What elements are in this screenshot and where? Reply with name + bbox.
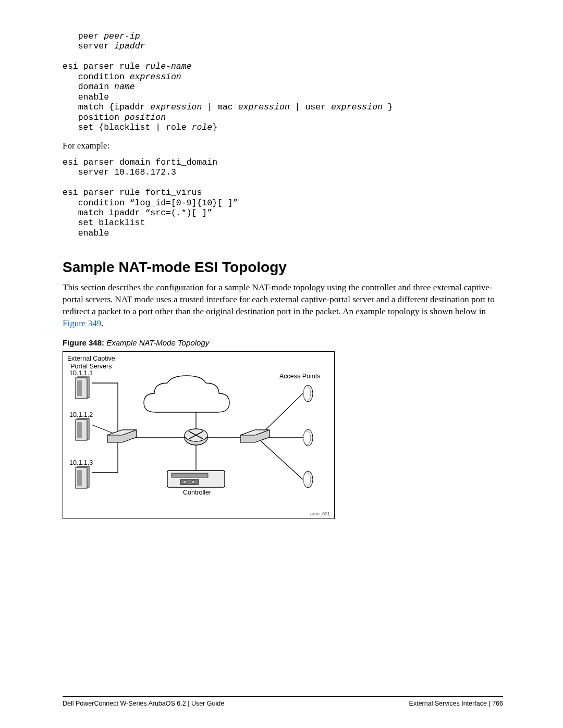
paragraph-text-2: . [101, 318, 103, 328]
server-icon-1 [76, 377, 89, 399]
svg-point-28 [183, 480, 186, 484]
svg-point-35 [303, 473, 311, 486]
ap-icon-1 [303, 385, 313, 402]
svg-rect-24 [77, 470, 82, 486]
for-example-label: For example: [63, 140, 503, 152]
label-controller: Controller [183, 489, 211, 496]
svg-rect-18 [77, 380, 82, 396]
figure-link[interactable]: Figure 349 [63, 318, 101, 328]
svg-point-33 [303, 431, 311, 445]
code-block-example: esi parser domain forti_domain server 10… [63, 157, 503, 239]
label-ip1: 10.1.1.1 [69, 369, 93, 377]
label-ip3: 10.1.1.3 [69, 459, 93, 466]
svg-point-29 [192, 480, 195, 484]
footer-right: External Services Interface | 766 [409, 700, 503, 707]
label-ip2: 10.1.1.2 [69, 411, 93, 418]
svg-rect-26 [172, 473, 208, 477]
code-block-syntax: peer peer-ip server ipaddr esi parser ru… [63, 31, 503, 133]
figure-title: Example NAT-Mode Topology [104, 338, 209, 347]
figure-number: Figure 348: [63, 338, 104, 347]
label-access-points: Access Points [279, 373, 321, 380]
svg-rect-21 [77, 422, 82, 438]
ap-icon-2 [303, 429, 313, 446]
switch-right-icon [240, 430, 270, 442]
page-footer: Dell PowerConnect W-Series ArubaOS 6.2 |… [63, 696, 503, 707]
server-icon-2 [76, 418, 89, 440]
cloud-icon [144, 376, 229, 412]
section-heading: Sample NAT-mode ESI Topology [63, 259, 503, 276]
svg-line-11 [261, 441, 303, 479]
router-icon [185, 429, 207, 445]
section-paragraph: This section describes the configuration… [63, 282, 503, 330]
footer-left: Dell PowerConnect W-Series ArubaOS 6.2 |… [63, 700, 224, 707]
figure-diagram: External Captive Portal Servers 10.1.1.1… [63, 351, 335, 519]
server-icon-3 [76, 466, 89, 488]
ap-icon-3 [303, 471, 313, 488]
svg-line-9 [261, 393, 303, 434]
figure-caption: Figure 348: Example NAT-Mode Topology [63, 338, 503, 347]
label-figure-tag: arun_001 [310, 511, 330, 516]
svg-point-31 [303, 387, 311, 400]
switch-left-icon [107, 430, 137, 442]
controller-icon [167, 471, 225, 487]
label-ecp-title: External Captive Portal Servers [67, 355, 115, 370]
paragraph-text-1: This section describes the configuration… [63, 282, 495, 316]
